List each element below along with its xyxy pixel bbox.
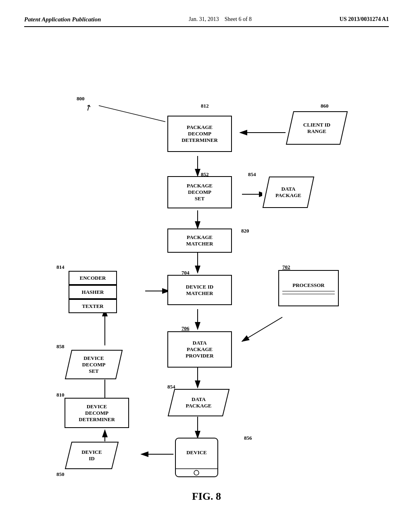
pkg-decomp-set-label: PACKAGEDECOMPSET (187, 183, 213, 202)
device-decomp-set-box: DEVICEDECOMPSET (65, 349, 123, 380)
label-706: 706 (181, 325, 190, 332)
date-label: Jan. 31, 2013 (189, 16, 219, 22)
pkg-matcher-label: PACKAGEMATCHER (186, 234, 213, 247)
diagram-area: 800 ↗ 812 860 CLIENT IDRANGE PACKAGEDECO… (24, 43, 389, 507)
hasher-box: HASHER (69, 285, 117, 299)
data-pkg-provider-label: DATAPACKAGEPROVIDER (186, 340, 213, 359)
encoder-box: ENCODER (69, 271, 117, 285)
label-800: 800 (77, 96, 85, 102)
pkg-matcher-box: PACKAGEMATCHER (167, 229, 232, 253)
encoder-label: ENCODER (79, 275, 106, 281)
device-id-matcher-label: DEVICE IDMATCHER (186, 284, 213, 297)
pkg-decomp-determiner-box: PACKAGEDECOMPDETERMINER (167, 116, 232, 152)
label-814: 814 (56, 264, 65, 270)
data-package-bot-label: DATAPACKAGE (186, 396, 211, 409)
svg-line-16 (99, 106, 165, 122)
sheet-label: Sheet 6 of 8 (225, 16, 252, 22)
publication-label: Patent Application Publication (24, 16, 101, 23)
page-header: Patent Application Publication Jan. 31, … (24, 16, 389, 27)
client-id-range-label: CLIENT IDRANGE (303, 122, 330, 135)
device-id-label: DEVICEID (81, 449, 102, 462)
arrow-800: ↗ (83, 102, 94, 113)
data-package-top-box: DATAPACKAGE (262, 176, 315, 208)
device-id-matcher-box: DEVICE IDMATCHER (167, 275, 232, 305)
label-858: 858 (56, 343, 65, 350)
data-pkg-provider-box: DATAPACKAGEPROVIDER (167, 331, 232, 368)
texter-box: TEXTER (69, 299, 117, 313)
client-id-range-box: CLIENT IDRANGE (286, 111, 348, 145)
label-810: 810 (56, 392, 65, 398)
patent-number: US 2013/0031274 A1 (340, 16, 389, 23)
texter-label: TEXTER (82, 303, 103, 310)
processor-label: PROCESSOR (292, 282, 324, 289)
label-702: 702 (282, 264, 290, 270)
label-820: 820 (241, 228, 249, 234)
device-id-box: DEVICEID (65, 441, 119, 470)
processor-box: PROCESSOR (278, 270, 339, 306)
device-shape: DEVICE (173, 437, 220, 478)
figure-caption: FIG. 8 (24, 490, 389, 503)
data-package-bot-box: DATAPACKAGE (167, 389, 230, 417)
svg-rect-21 (175, 438, 218, 477)
device-decomp-set-label: DEVICEDECOMPSET (82, 355, 106, 374)
label-856: 856 (244, 435, 252, 441)
device-decomp-determiner-label: DEVICEDECOMPDETERMINER (79, 403, 115, 423)
page: Patent Application Publication Jan. 31, … (0, 0, 413, 532)
label-850: 850 (56, 471, 65, 478)
svg-line-9 (242, 317, 282, 341)
hasher-label: HASHER (82, 289, 104, 295)
label-854a: 854 (248, 171, 256, 178)
label-860: 860 (321, 103, 329, 109)
pkg-decomp-set-box: PACKAGEDECOMPSET (167, 176, 232, 208)
label-812: 812 (201, 103, 209, 109)
data-package-top-label: DATAPACKAGE (275, 186, 301, 199)
sheet-info: Jan. 31, 2013 Sheet 6 of 8 (189, 16, 252, 23)
device-label: DEVICE (173, 449, 220, 456)
pkg-decomp-determiner-label: PACKAGEDECOMPDETERMINER (181, 124, 218, 143)
device-decomp-determiner-box: DEVICEDECOMPDETERMINER (65, 398, 129, 428)
